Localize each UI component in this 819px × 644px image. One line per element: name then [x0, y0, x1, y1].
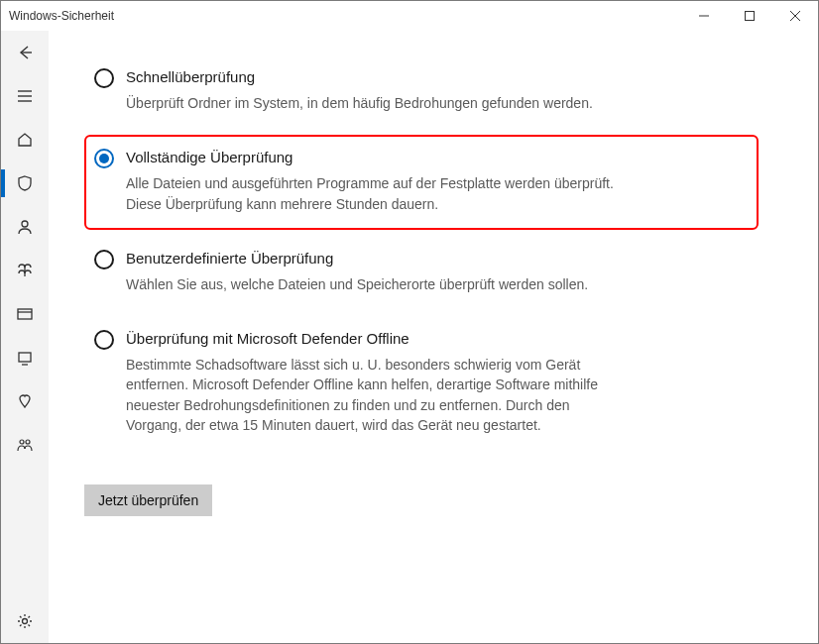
sidebar-item-home[interactable] — [1, 118, 49, 161]
svg-point-8 — [22, 221, 28, 227]
maximize-button[interactable] — [727, 1, 772, 31]
option-description: Alle Dateien und ausgeführten Programme … — [126, 173, 622, 214]
close-button[interactable] — [772, 1, 818, 31]
window-title: Windows-Sicherheit — [9, 9, 114, 23]
scan-now-button[interactable]: Jetzt überprüfen — [84, 484, 212, 516]
svg-point-16 — [23, 619, 28, 624]
sidebar-item-app-browser-control[interactable] — [1, 292, 49, 336]
sidebar — [1, 31, 49, 643]
window-controls — [681, 1, 818, 31]
app-window: Windows-Sicherheit — [0, 0, 819, 644]
menu-button[interactable] — [1, 74, 49, 118]
radio-button[interactable] — [94, 330, 114, 350]
svg-rect-10 — [18, 309, 32, 319]
sidebar-item-family-options[interactable] — [1, 423, 49, 467]
back-button[interactable] — [1, 31, 49, 74]
svg-rect-1 — [746, 12, 755, 21]
main-content: Schnellüberprüfung Überprüft Ordner im S… — [49, 31, 818, 643]
title-bar: Windows-Sicherheit — [1, 1, 818, 31]
option-title: Schnellüberprüfung — [126, 68, 749, 85]
minimize-button[interactable] — [681, 1, 727, 31]
sidebar-item-device-security[interactable] — [1, 336, 49, 379]
svg-rect-12 — [19, 353, 31, 362]
radio-button[interactable] — [94, 149, 114, 168]
sidebar-item-firewall-network[interactable] — [1, 249, 49, 292]
app-body: Schnellüberprüfung Überprüft Ordner im S… — [1, 31, 818, 643]
scan-option-full[interactable]: Vollständige Überprüfung Alle Dateien un… — [84, 135, 759, 230]
svg-point-14 — [20, 440, 24, 444]
option-title: Vollständige Überprüfung — [126, 149, 749, 165]
scan-option-quick[interactable]: Schnellüberprüfung Überprüft Ordner im S… — [84, 54, 759, 129]
svg-point-15 — [26, 440, 30, 444]
option-description: Überprüft Ordner im System, in dem häufi… — [126, 93, 622, 113]
sidebar-item-device-performance[interactable] — [1, 379, 49, 423]
scan-option-custom[interactable]: Benutzerdefinierte Überprüfung Wählen Si… — [84, 236, 759, 310]
radio-button[interactable] — [94, 250, 114, 269]
option-title: Benutzerdefinierte Überprüfung — [126, 250, 749, 267]
option-title: Überprüfung mit Microsoft Defender Offli… — [126, 330, 749, 347]
radio-button[interactable] — [94, 68, 114, 88]
sidebar-item-virus-protection[interactable] — [1, 161, 49, 205]
option-description: Bestimmte Schadsoftware lässt sich u. U.… — [126, 355, 622, 435]
option-description: Wählen Sie aus, welche Dateien und Speic… — [126, 274, 622, 294]
sidebar-item-settings[interactable] — [1, 599, 49, 643]
scan-option-offline[interactable]: Überprüfung mit Microsoft Defender Offli… — [84, 316, 759, 451]
sidebar-item-account-protection[interactable] — [1, 205, 49, 249]
